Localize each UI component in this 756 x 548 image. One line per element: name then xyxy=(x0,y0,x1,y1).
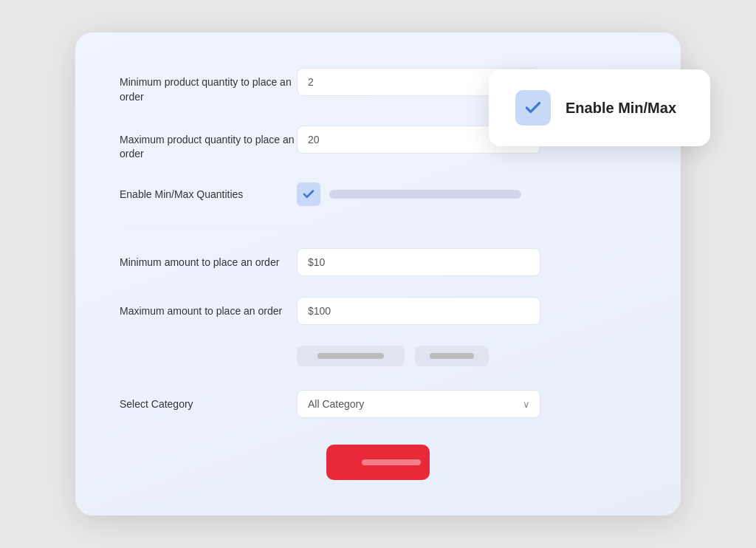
min-amount-input[interactable] xyxy=(297,248,540,276)
min-amount-control xyxy=(297,248,636,276)
submit-button[interactable] xyxy=(326,445,430,480)
checkbox-slider xyxy=(329,190,521,199)
enable-minmax-row: Enable Min/Max Quantities xyxy=(120,182,636,206)
max-amount-control xyxy=(297,297,636,325)
min-amount-row: Minimum amount to place an order xyxy=(120,248,636,276)
max-amount-input[interactable] xyxy=(297,297,540,325)
category-select[interactable]: All Category Category 1 Category 2 xyxy=(297,390,540,418)
enable-minmax-checkbox[interactable] xyxy=(297,182,320,206)
action-button-2[interactable] xyxy=(415,346,489,366)
outer-wrapper: Enable Min/Max Minimum product quantity … xyxy=(75,32,681,515)
submit-row xyxy=(120,445,636,480)
enable-minmax-label: Enable Min/Max Quantities xyxy=(120,188,297,200)
min-quantity-label: Minimum product quantity to place an ord… xyxy=(120,68,297,104)
max-amount-label: Maximum amount to place an order xyxy=(120,297,297,319)
select-category-label: Select Category xyxy=(120,398,297,410)
enable-minmax-control xyxy=(297,182,636,206)
divider xyxy=(120,227,636,227)
max-quantity-label: Maximum product quantity to place an ord… xyxy=(120,126,297,162)
min-amount-label: Minimum amount to place an order xyxy=(120,248,297,270)
category-select-wrapper: All Category Category 1 Category 2 xyxy=(297,390,540,418)
tooltip-checkbox-icon xyxy=(515,90,551,126)
tooltip-title: Enable Min/Max xyxy=(566,100,676,117)
tooltip-card: Enable Min/Max xyxy=(489,69,710,146)
max-amount-row: Maximum amount to place an order xyxy=(120,297,636,325)
action-button-1[interactable] xyxy=(297,346,405,366)
action-buttons-row xyxy=(120,346,636,366)
select-category-row: Select Category All Category Category 1 … xyxy=(120,390,636,418)
submit-button-label-bar xyxy=(362,459,421,465)
